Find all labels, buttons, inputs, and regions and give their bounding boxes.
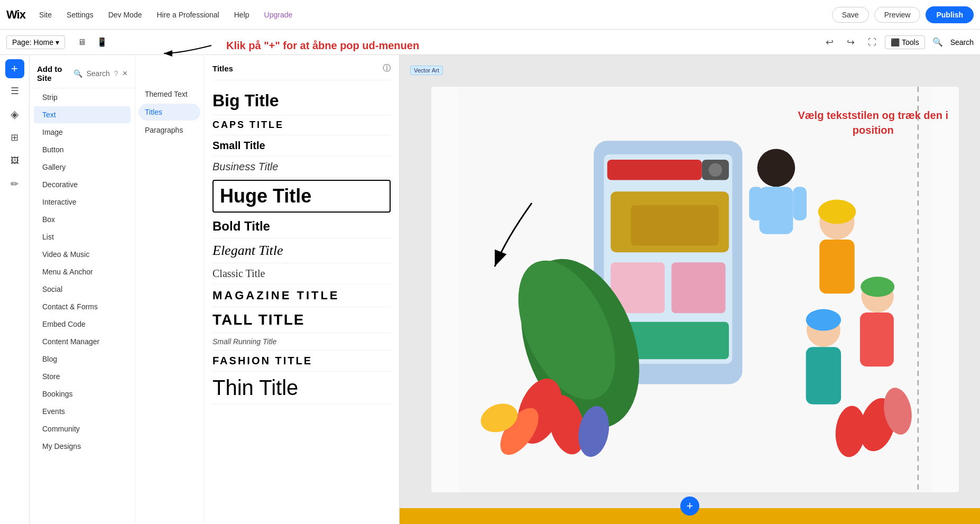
style-tall-title[interactable]: TALL TITLE [212,307,391,333]
undo-icon[interactable]: ↩ [821,34,838,51]
styles-title: Titles [212,64,233,73]
style-small-running[interactable]: Small Running Title [212,333,391,351]
cat-bookings[interactable]: Bookings [34,385,131,402]
cat-embed-code[interactable]: Embed Code [34,316,131,333]
svg-point-32 [861,277,894,297]
tools-label: Tools [902,38,919,47]
sidebar-sections-icon[interactable]: ⊞ [4,127,25,148]
preview-button[interactable]: Preview [874,7,921,23]
tools-button[interactable]: ⬛ Tools [885,35,925,49]
style-thin-title[interactable]: Thin Title [212,372,391,405]
cat-community[interactable]: Community [34,420,131,437]
topbar-right: Save Preview Publish [832,6,974,23]
subcat-paragraphs[interactable]: Paragraphs [138,122,200,139]
svg-point-26 [818,199,856,224]
style-huge-title[interactable]: Huge Title [212,180,391,213]
cat-box[interactable]: Box [34,211,131,228]
style-big-title[interactable]: Big Title [212,87,391,115]
style-bold-title[interactable]: Bold Title [212,215,391,238]
panel-search-label[interactable]: Search [87,69,110,78]
secondbar-right: ↩ ↪ ⛶ ⬛ Tools 🔍 Search [821,34,974,51]
plus-icon: + [11,62,18,76]
publish-button[interactable]: Publish [926,6,974,23]
cat-menu-anchor[interactable]: Menu & Anchor [34,263,131,280]
svg-point-29 [806,309,841,331]
svg-point-20 [757,149,796,187]
text-styles-panel: Titles ⓘ Big Title CAPS TITLE Small Titl… [204,55,399,524]
sidebar-draw-icon[interactable]: ✏ [4,173,25,195]
panel-search-icon[interactable]: 🔍 [73,69,82,78]
nav-hire[interactable]: Hire a Professional [151,7,224,22]
cat-content-manager[interactable]: Content Manager [34,333,131,350]
cat-button[interactable]: Button [34,141,131,158]
style-small-title[interactable]: Small Title [212,135,391,157]
nav-devmode[interactable]: Dev Mode [103,7,147,22]
caps-title-text: CAPS TITLE [212,119,284,130]
redo-icon[interactable]: ↪ [843,34,859,51]
cat-my-designs[interactable]: My Designs [34,438,131,455]
svg-point-7 [709,163,723,177]
cat-contact-forms[interactable]: Contact & Forms [34,298,131,315]
sidebar-themes-icon[interactable]: ◈ [4,104,25,125]
add-button[interactable]: + [5,59,24,78]
cat-store[interactable]: Store [34,368,131,385]
subcat-themed-text[interactable]: Themed Text [138,86,200,103]
style-caps-title[interactable]: CAPS TITLE [212,115,391,135]
mobile-view-icon[interactable]: 📱 [94,34,110,51]
huge-title-text: Huge Title [220,185,311,207]
styles-header: Titles ⓘ [212,59,391,80]
small-title-text: Small Title [212,140,265,151]
subcategory-list: Themed Text Titles Paragraphs [135,55,204,524]
bottom-add-button[interactable]: + [680,497,699,516]
panel-close-icon[interactable]: × [123,69,127,78]
subcat-titles[interactable]: Titles [138,104,200,121]
styles-info-icon[interactable]: ⓘ [383,63,391,73]
cat-gallery[interactable]: Gallery [34,159,131,176]
add-panel: Add to Site 🔍 Search ? × Strip Text Imag… [30,55,400,524]
save-button[interactable]: Save [832,7,869,23]
nav-settings[interactable]: Settings [61,7,99,22]
big-title-text: Big Title [212,91,279,110]
desktop-view-icon[interactable]: 🖥 [73,34,90,51]
page-selector[interactable]: Page: Home ▾ [6,35,65,49]
search-topbar-icon[interactable]: 🔍 [929,34,946,51]
svg-rect-22 [749,187,763,220]
style-fashion-title[interactable]: FASHION TITLE [212,351,391,372]
chevron-down-icon: ▾ [56,38,59,47]
cat-strip[interactable]: Strip [34,89,131,106]
panel-help-icon[interactable]: ? [114,69,118,78]
cat-blog[interactable]: Blog [34,351,131,367]
magazine-title-text: MAGAZINE TITLE [212,289,340,302]
cat-image[interactable]: Image [34,124,131,141]
bold-title-text: Bold Title [212,219,270,233]
sidebar-media-icon[interactable]: 🖼 [4,150,25,171]
svg-rect-11 [671,262,725,313]
style-classic-title[interactable]: Classic Title [212,263,391,284]
page-label: Page: [12,38,32,47]
cat-decorative[interactable]: Decorative [34,176,131,193]
style-magazine-title[interactable]: MAGAZINE TITLE [212,284,391,307]
panel-header: Add to Site 🔍 Search ? × [30,59,135,88]
svg-rect-9 [631,205,719,246]
style-elegant-title[interactable]: Elegant Title [212,238,391,263]
cat-social[interactable]: Social [34,281,131,298]
style-business-title[interactable]: Business Title [212,157,391,178]
search-topbar-label: Search [950,38,974,47]
nav-upgrade[interactable]: Upgrade [259,7,298,22]
cat-events[interactable]: Events [34,403,131,420]
nav-site[interactable]: Site [34,7,57,22]
panel-title: Add to Site [37,65,73,82]
illustration-container [431,87,959,492]
topbar: Wix Site Settings Dev Mode Hire a Profes… [0,0,980,30]
cat-text[interactable]: Text [34,106,131,123]
business-title-text: Business Title [212,161,278,172]
nav-help[interactable]: Help [229,7,255,22]
cat-video-music[interactable]: Video & Music [34,246,131,263]
cat-interactive[interactable]: Interactive [34,194,131,210]
canvas-content: Vector Art Vælg tekststilen og træk den … [400,55,980,524]
elegant-title-text: Elegant Title [212,243,283,258]
fullscreen-icon[interactable]: ⛶ [864,34,881,51]
tall-title-text: TALL TITLE [212,311,305,328]
sidebar-page-icon[interactable]: ☰ [4,80,25,102]
cat-list[interactable]: List [34,228,131,245]
